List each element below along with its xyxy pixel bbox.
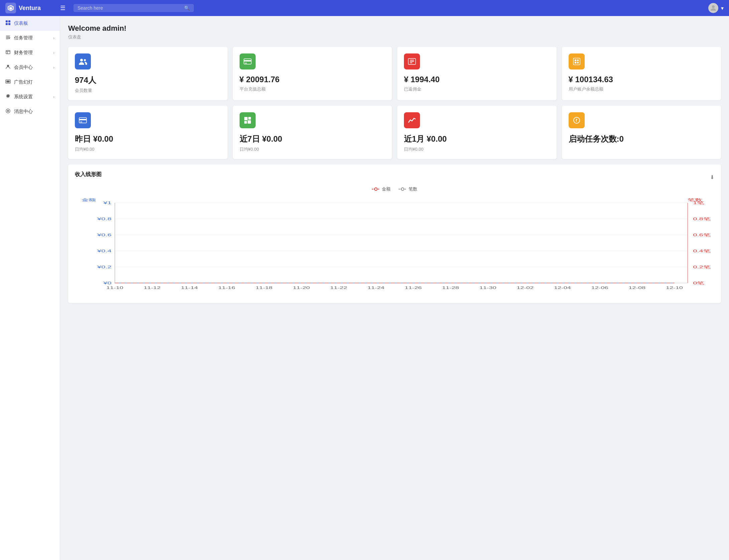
month1-value: 近1月 ¥0.00: [404, 134, 550, 144]
sidebar-item-member[interactable]: 会员中心 ›: [0, 60, 60, 75]
chevron-right-icon: ›: [53, 50, 54, 55]
svg-point-34: [375, 188, 377, 190]
sidebar-item-adlight[interactable]: 广告幻灯: [0, 75, 60, 90]
card-recharge: ¥ 20091.76 平台充值总额: [233, 47, 392, 100]
chart-title: 收入线形图: [75, 171, 102, 178]
topnav-right: ▾: [708, 3, 724, 13]
balance-icon: [569, 53, 585, 69]
svg-text:0.2笔: 0.2笔: [693, 265, 710, 269]
members-icon: [75, 53, 91, 69]
cards-row-1: 974人 会员数量 ¥ 20091.76 平台充值总额: [68, 47, 721, 100]
search-input[interactable]: [78, 5, 181, 11]
svg-text:11-12: 11-12: [144, 286, 161, 290]
svg-text:12-08: 12-08: [628, 286, 645, 290]
logo-area: Ventura: [5, 3, 52, 13]
svg-rect-22: [575, 59, 576, 61]
tasks-icon: [569, 112, 585, 128]
week7-label: 日均¥0.00: [240, 146, 386, 152]
month1-label: 日均¥0.00: [404, 146, 550, 152]
svg-text:11-20: 11-20: [293, 286, 310, 290]
svg-text:11-30: 11-30: [479, 286, 496, 290]
svg-text:12-02: 12-02: [517, 286, 534, 290]
sidebar-item-label: 消息中心: [14, 109, 33, 115]
settings-icon: [5, 94, 11, 100]
svg-rect-15: [244, 60, 251, 61]
download-icon[interactable]: ⬇: [710, 174, 714, 180]
sidebar-item-settings[interactable]: 系统设置 ›: [0, 90, 60, 104]
card-balance: ¥ 100134.63 用户账户余额总额: [562, 47, 721, 100]
chart-container: 金额 笔数 ¥1 ¥0.8 ¥0.6 ¥0.4 ¥0.2: [75, 196, 714, 296]
svg-text:11-14: 11-14: [181, 286, 198, 290]
top-navbar: Ventura ☰ 🔍 ▾: [0, 0, 729, 16]
yesterday-value: 昨日 ¥0.00: [75, 134, 221, 144]
svg-rect-32: [248, 120, 251, 124]
sidebar-item-task[interactable]: 任务管理 ›: [0, 31, 60, 45]
card-cashback: ¥ 1994.40 已返佣金: [397, 47, 557, 100]
chevron-right-icon: ›: [53, 36, 54, 40]
svg-rect-27: [79, 119, 87, 120]
dashboard-icon: [5, 20, 11, 27]
chart-legend: 金额 笔数: [75, 186, 714, 192]
svg-text:1笔: 1笔: [693, 201, 704, 205]
messages-icon: [5, 108, 11, 115]
recharge-value: ¥ 20091.76: [240, 75, 386, 84]
svg-rect-23: [577, 59, 579, 61]
sidebar-item-label: 广告幻灯: [14, 79, 33, 85]
svg-rect-6: [6, 50, 10, 54]
svg-text:¥0.4: ¥0.4: [97, 249, 112, 253]
sidebar-item-finance[interactable]: 财务管理 ›: [0, 45, 60, 60]
svg-rect-9: [7, 81, 9, 82]
user-dropdown-icon[interactable]: ▾: [721, 5, 724, 11]
week7-value: 近7日 ¥0.00: [240, 134, 386, 144]
svg-text:11-10: 11-10: [106, 286, 123, 290]
svg-text:11-16: 11-16: [218, 286, 235, 290]
chart-section: 收入线形图 ⬇ 金额 笔数: [68, 164, 721, 303]
svg-rect-4: [8, 23, 10, 25]
svg-text:¥0.6: ¥0.6: [97, 233, 112, 237]
svg-rect-25: [577, 62, 579, 63]
logo-text: Ventura: [19, 5, 41, 12]
sidebar-item-label: 财务管理: [14, 50, 33, 56]
avatar[interactable]: [708, 3, 718, 13]
yesterday-label: 日均¥0.00: [75, 146, 221, 152]
svg-rect-31: [244, 121, 247, 124]
card-yesterday: 昨日 ¥0.00 日均¥0.00: [68, 106, 228, 159]
task-icon: [5, 35, 11, 41]
svg-point-13: [84, 59, 86, 61]
svg-rect-29: [244, 117, 248, 120]
svg-point-36: [401, 188, 404, 190]
svg-text:11-26: 11-26: [405, 286, 422, 290]
main-content: Welcome admin! 仪表盘 974人 会员数量: [60, 16, 729, 560]
svg-text:0.8笔: 0.8笔: [693, 217, 710, 221]
svg-text:11-18: 11-18: [256, 286, 273, 290]
svg-rect-2: [8, 20, 10, 22]
svg-point-7: [7, 65, 9, 67]
svg-rect-24: [575, 62, 576, 63]
card-month1: 近1月 ¥0.00 日均¥0.00: [397, 106, 557, 159]
sidebar-item-dashboard[interactable]: 仪表板: [0, 16, 60, 31]
svg-text:¥0: ¥0: [103, 281, 112, 285]
chevron-right-icon: ›: [53, 65, 54, 70]
svg-text:¥0.2: ¥0.2: [97, 265, 112, 269]
svg-point-0: [712, 5, 715, 8]
search-bar: 🔍: [74, 4, 194, 12]
sidebar-item-label: 仪表板: [14, 20, 28, 26]
month1-icon: [404, 112, 420, 128]
hamburger-menu-icon[interactable]: ☰: [57, 3, 68, 13]
legend-amount-label: 金额: [382, 186, 391, 192]
sidebar-item-label: 会员中心: [14, 64, 33, 71]
card-week7: 近7日 ¥0.00 日均¥0.00: [233, 106, 392, 159]
sidebar-item-label: 系统设置: [14, 94, 33, 100]
cards-row-2: 昨日 ¥0.00 日均¥0.00 近7日 ¥0.00 日均¥0.00: [68, 106, 721, 159]
tasks-value: 启动任务次数:0: [569, 134, 715, 144]
members-value: 974人: [75, 75, 221, 86]
sidebar-item-messages[interactable]: 消息中心: [0, 104, 60, 119]
recharge-label: 平台充值总额: [240, 86, 386, 92]
balance-value: ¥ 100134.63: [569, 75, 715, 84]
svg-rect-16: [245, 63, 247, 63]
svg-text:金额: 金额: [82, 198, 96, 202]
week7-icon: [240, 112, 256, 128]
svg-rect-28: [80, 122, 82, 122]
cashback-label: 已返佣金: [404, 86, 550, 92]
svg-text:0.6笔: 0.6笔: [693, 233, 710, 237]
